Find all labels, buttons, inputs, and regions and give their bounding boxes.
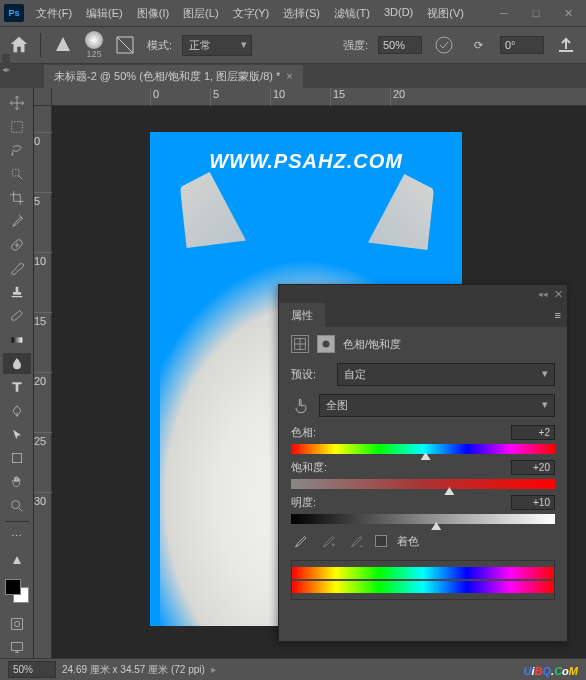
edit-toolbar[interactable]: ⋯ — [3, 526, 31, 548]
strength-input[interactable]: 50% — [378, 36, 422, 54]
document-tabbar: ◂▸ 未标题-2 @ 50% (色相/饱和度 1, 图层蒙版/8) * × — [0, 64, 586, 88]
site-watermark: UiBQ.CoM — [524, 661, 578, 679]
ruler-tick: 0 — [34, 132, 52, 192]
ruler-tick: 10 — [34, 252, 52, 312]
hue-slider[interactable] — [291, 444, 555, 454]
document-tab[interactable]: 未标题-2 @ 50% (色相/饱和度 1, 图层蒙版/8) * × — [44, 65, 303, 88]
hue-value[interactable]: +2 — [511, 425, 555, 440]
ruler-horizontal: 0 5 10 15 20 — [52, 88, 586, 106]
foreground-color[interactable] — [5, 579, 21, 595]
pressure-icon[interactable] — [432, 33, 456, 57]
blend-icon[interactable] — [113, 33, 137, 57]
svg-point-0 — [436, 37, 452, 53]
quickmask-tool[interactable] — [3, 613, 31, 635]
menu-image[interactable]: 图像(I) — [131, 2, 175, 25]
menu-edit[interactable]: 编辑(E) — [80, 2, 129, 25]
app-icon: Ps — [4, 4, 24, 22]
menu-layer[interactable]: 图层(L) — [177, 2, 224, 25]
eyedropper-tool[interactable] — [3, 211, 31, 233]
minimize-button[interactable]: ─ — [490, 3, 518, 23]
home-icon[interactable] — [8, 34, 30, 56]
ruler-tick: 5 — [34, 192, 52, 252]
svg-point-8 — [14, 621, 19, 626]
ruler-tick: 5 — [210, 88, 270, 106]
crop-tool[interactable] — [3, 187, 31, 209]
preset-select[interactable]: 自定 — [337, 363, 555, 386]
menubar: 文件(F) 编辑(E) 图像(I) 图层(L) 文字(Y) 选择(S) 滤镜(T… — [30, 2, 470, 25]
channel-select[interactable]: 全图 — [319, 394, 555, 417]
finger-icon[interactable] — [291, 396, 311, 416]
angle-input[interactable]: 0° — [500, 36, 544, 54]
menu-file[interactable]: 文件(F) — [30, 2, 78, 25]
ruler-vertical: 0 5 10 15 20 25 30 — [34, 106, 52, 658]
current-tool-icon[interactable] — [51, 33, 75, 57]
move-tool[interactable] — [3, 92, 31, 114]
path-select-tool[interactable] — [3, 424, 31, 446]
tab-close-icon[interactable]: × — [286, 70, 292, 82]
pen-tool[interactable] — [3, 400, 31, 422]
heal-tool[interactable] — [3, 234, 31, 256]
lightness-slider[interactable] — [291, 514, 555, 524]
brush-size-value: 125 — [86, 49, 101, 59]
colorize-checkbox[interactable] — [375, 535, 387, 547]
shape-tool[interactable] — [3, 448, 31, 470]
maximize-button[interactable]: □ — [522, 3, 550, 23]
marquee-tool[interactable] — [3, 116, 31, 138]
menu-type[interactable]: 文字(Y) — [227, 2, 276, 25]
quick-select-tool[interactable] — [3, 163, 31, 185]
ruler-tick: 15 — [34, 312, 52, 372]
tab-properties[interactable]: 属性 — [279, 303, 325, 328]
share-icon[interactable] — [554, 33, 578, 57]
eyedropper-sub-icon[interactable] — [347, 532, 365, 550]
eyedropper-icon[interactable] — [291, 532, 309, 550]
panel-menu-icon[interactable]: ≡ — [549, 309, 567, 321]
ruler-tick: 25 — [34, 432, 52, 492]
hand-tool[interactable] — [3, 471, 31, 493]
eyedropper-add-icon[interactable] — [319, 532, 337, 550]
stamp-tool[interactable] — [3, 282, 31, 304]
close-button[interactable]: ✕ — [554, 3, 582, 23]
menu-select[interactable]: 选择(S) — [277, 2, 326, 25]
mode-label: 模式: — [147, 38, 172, 53]
adjustment-icon — [291, 335, 309, 353]
brush-preview[interactable]: 125 — [85, 31, 103, 59]
angle-icon[interactable]: ⟳ — [466, 33, 490, 57]
collapse-arrow-icon[interactable]: ◂▸ — [2, 54, 10, 84]
saturation-slider[interactable] — [291, 479, 555, 489]
tab-title: 未标题-2 @ 50% (色相/饱和度 1, 图层蒙版/8) * — [54, 69, 280, 84]
eraser-tool[interactable] — [3, 305, 31, 327]
svg-point-11 — [323, 341, 330, 348]
mode-select[interactable]: 正常 — [182, 35, 252, 56]
blur-tool[interactable] — [3, 353, 31, 375]
panel-collapse-icon[interactable]: ◂◂ — [538, 289, 548, 299]
panel-close-icon[interactable]: ✕ — [554, 288, 563, 301]
lightness-value[interactable]: +10 — [511, 495, 555, 510]
gradient-tool[interactable] — [3, 329, 31, 351]
svg-rect-2 — [12, 169, 19, 176]
saturation-value[interactable]: +20 — [511, 460, 555, 475]
type-tool[interactable] — [3, 376, 31, 398]
menu-3d[interactable]: 3D(D) — [378, 2, 419, 25]
zoom-tool[interactable] — [3, 495, 31, 517]
svg-rect-5 — [12, 454, 21, 463]
svg-point-6 — [11, 500, 19, 508]
svg-rect-7 — [11, 618, 22, 629]
menu-filter[interactable]: 滤镜(T) — [328, 2, 376, 25]
image-watermark: WWW.PSAHZ.COM — [150, 150, 462, 173]
zoom-input[interactable]: 50% — [8, 661, 56, 678]
color-swatch[interactable] — [5, 579, 29, 603]
ruler-tick: 30 — [34, 492, 52, 552]
strength-label: 强度: — [343, 38, 368, 53]
ruler-tick: 20 — [34, 372, 52, 432]
svg-rect-4 — [11, 337, 22, 342]
screenmode-tool[interactable] — [3, 636, 31, 658]
menu-view[interactable]: 视图(V) — [421, 2, 470, 25]
ruler-tick: 10 — [270, 88, 330, 106]
lasso-tool[interactable] — [3, 139, 31, 161]
brush-tool[interactable] — [3, 258, 31, 280]
default-colors-icon[interactable] — [3, 549, 31, 571]
panel-title: 色相/饱和度 — [343, 337, 401, 352]
document-info: 24.69 厘米 x 34.57 厘米 (72 ppi) — [62, 663, 205, 677]
lightness-label: 明度: — [291, 495, 316, 510]
mask-icon — [317, 335, 335, 353]
